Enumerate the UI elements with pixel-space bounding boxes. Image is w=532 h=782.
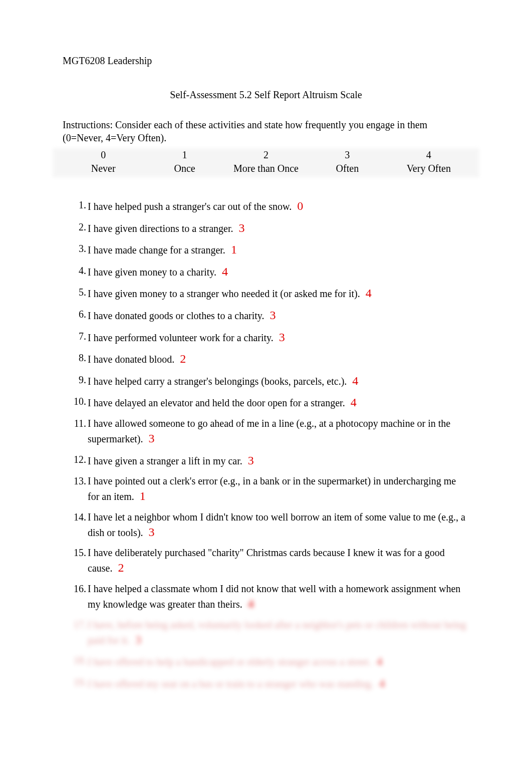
question-text: I have given a stranger a lift in my car…	[88, 455, 242, 466]
question-text: I have helped push a stranger's car out …	[88, 201, 292, 212]
question-item: I have given a stranger a lift in my car…	[88, 452, 469, 469]
question-answer: 4	[366, 285, 372, 302]
question-answer: 3	[238, 220, 244, 237]
question-answer: 3	[135, 632, 141, 649]
question-answer: 4	[351, 394, 357, 411]
question-text: I have deliberately purchased "charity" …	[88, 547, 445, 574]
question-answer: 3	[149, 430, 155, 447]
question-answer: 3	[149, 524, 155, 541]
question-answer: 1	[231, 241, 237, 258]
scale-number: 0	[63, 148, 144, 162]
question-text: I have donated goods or clothes to a cha…	[88, 310, 264, 321]
question-item: I have helped push a stranger's car out …	[88, 198, 469, 215]
question-text: I have helped a classmate whom I did not…	[88, 583, 460, 610]
question-text: I have made change for a stranger.	[88, 244, 225, 255]
question-answer: 2	[118, 560, 124, 577]
question-answer: 3	[279, 329, 285, 346]
question-item: I have made change for a stranger. 1	[88, 241, 469, 258]
question-answer: 4	[379, 675, 385, 692]
page-title: Self-Assessment 5.2 Self Report Altruism…	[63, 89, 469, 101]
scale-label: More than Once	[225, 162, 307, 175]
question-item: I have let a neighbor whom I didn't know…	[88, 510, 469, 541]
question-text: I have offered my seat on a bus or train…	[88, 678, 374, 689]
question-item: I have helped carry a stranger's belongi…	[88, 373, 469, 390]
scale-number: 3	[307, 148, 388, 162]
question-item: I have given directions to a stranger. 3	[88, 220, 469, 237]
question-answer: 3	[248, 452, 254, 469]
question-text: I have given directions to a stranger.	[88, 223, 233, 234]
question-answer: 4	[377, 653, 383, 670]
question-item: I have offered my seat on a bus or train…	[88, 675, 469, 692]
scale-table: 0 1 2 3 4 Never Once More than Once Ofte…	[63, 148, 469, 175]
course-header: MGT6208 Leadership	[63, 55, 469, 67]
question-text: I have given money to a stranger who nee…	[88, 288, 360, 299]
question-text: I have delayed an elevator and held the …	[88, 397, 345, 408]
question-item: I have allowed someone to go ahead of me…	[88, 416, 469, 447]
scale-label: Never	[63, 162, 144, 175]
scale-wrapper: 0 1 2 3 4 Never Once More than Once Ofte…	[63, 148, 469, 175]
question-answer: 2	[180, 351, 186, 368]
question-text: I have performed volunteer work for a ch…	[88, 332, 274, 343]
question-answer: 0	[297, 198, 303, 215]
scale-label: Often	[307, 162, 388, 175]
scale-number: 4	[388, 148, 469, 162]
question-item: I have donated blood. 2	[88, 351, 469, 368]
question-item: I have deliberately purchased "charity" …	[88, 546, 469, 577]
question-text: I have allowed someone to go ahead of me…	[88, 418, 450, 444]
question-item: I have pointed out a clerk's error (e.g.…	[88, 474, 469, 505]
question-text: I have given money to a charity.	[88, 267, 216, 278]
question-list: I have helped push a stranger's car out …	[63, 198, 469, 692]
instructions-text: Instructions: Consider each of these act…	[63, 118, 469, 144]
scale-label: Very Often	[388, 162, 469, 175]
scale-number: 2	[225, 148, 307, 162]
question-item: I have performed volunteer work for a ch…	[88, 329, 469, 346]
question-item: I have offered to help a handicapped or …	[88, 653, 469, 670]
question-item: I have, before being asked, voluntarily …	[88, 618, 469, 649]
question-text: I have, before being asked, voluntarily …	[88, 619, 466, 646]
scale-number: 1	[144, 148, 225, 162]
scale-labels-row: Never Once More than Once Often Very Oft…	[63, 162, 469, 175]
question-text: I have let a neighbor whom I didn't know…	[88, 511, 465, 538]
question-item: I have given money to a stranger who nee…	[88, 285, 469, 302]
question-item: I have given money to a charity. 4	[88, 264, 469, 281]
question-answer: 4	[222, 264, 228, 281]
question-item: I have donated goods or clothes to a cha…	[88, 307, 469, 324]
question-text: I have offered to help a handicapped or …	[88, 656, 371, 667]
question-answer: 4	[248, 596, 254, 613]
question-answer: 3	[270, 307, 276, 324]
question-text: I have helped carry a stranger's belongi…	[88, 376, 347, 387]
question-answer: 4	[352, 373, 358, 390]
scale-label: Once	[144, 162, 225, 175]
question-text: I have donated blood.	[88, 354, 174, 365]
question-item: I have delayed an elevator and held the …	[88, 394, 469, 411]
question-item: I have helped a classmate whom I did not…	[88, 582, 469, 613]
question-answer: 1	[140, 488, 146, 505]
scale-numbers-row: 0 1 2 3 4	[63, 148, 469, 162]
